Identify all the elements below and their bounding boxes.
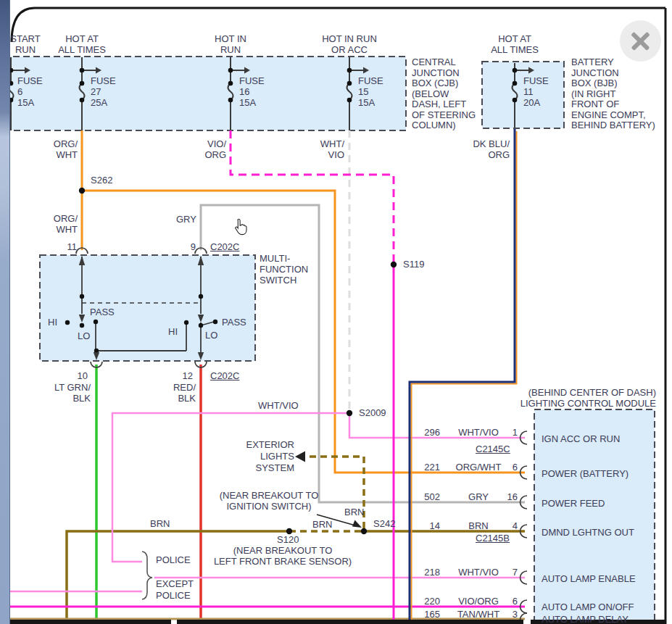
connector-c2145b: C2145B bbox=[476, 533, 510, 544]
ignition-switch-note: (NEAR BREAKOUT TOIGNITION SWITCH) bbox=[207, 490, 331, 512]
splice-s242: S242 bbox=[373, 518, 395, 529]
power-label-hot-in-run-or-acc: HOT IN RUNOR ACC bbox=[306, 33, 393, 55]
wire-label-wht-vio-2: WHT/VIO bbox=[258, 400, 299, 411]
power-label-hot-at-all-times-2: HOT ATALL TIMES bbox=[478, 33, 551, 55]
lcm-pin-4: 4 bbox=[500, 520, 518, 531]
police-label: POLICE bbox=[156, 554, 191, 565]
lcm-pin-6a: 6 bbox=[500, 462, 518, 473]
power-label-hot-at-all-times-1: HOT ATALL TIMES bbox=[46, 33, 118, 55]
fuse-6-label: FUSE615A bbox=[17, 75, 43, 108]
connector-c2145c: C2145C bbox=[476, 444, 510, 454]
cjb-box bbox=[3, 57, 406, 130]
multifunction-switch-box bbox=[40, 255, 255, 361]
switch-right-pass: PASS bbox=[222, 317, 246, 328]
wire-label-red-blk: RED/BLK bbox=[157, 382, 196, 404]
except-police-label: EXCEPTPOLICE bbox=[156, 578, 194, 602]
exterior-lights-note: EXTERIORLIGHTSSYSTEM bbox=[239, 439, 294, 474]
lcm-pin-3: 3 bbox=[500, 609, 518, 620]
exterior-lights-arrow bbox=[295, 452, 305, 462]
lcm-label-dmnd-lghtng-out: DMND LGHTNG OUT bbox=[542, 527, 634, 538]
pin-12: 12 bbox=[178, 370, 193, 381]
multifunction-switch-title: MULTI-FUNCTIONSWITCH bbox=[260, 253, 308, 286]
circuit-num-218: 218 bbox=[410, 567, 440, 578]
close-button[interactable] bbox=[620, 20, 661, 62]
lcm-pin-7: 7 bbox=[500, 567, 518, 578]
switch-left-lo: LO bbox=[78, 330, 90, 341]
wire-label-org-wht-1: ORG/WHT bbox=[41, 138, 78, 160]
wire-label-dk-blu-org: DK BLU/ORG bbox=[459, 138, 510, 160]
splice-s262: S262 bbox=[91, 175, 112, 186]
circuit-num-502: 502 bbox=[410, 491, 440, 502]
lcm-label-power-feed: POWER FEED bbox=[542, 498, 605, 509]
circuit-num-221: 221 bbox=[410, 462, 440, 473]
wire-label-brn-b: BRN bbox=[312, 519, 332, 530]
pin-11: 11 bbox=[62, 241, 77, 252]
bjb-description: BATTERYJUNCTION BOX (BJB)(IN RIGHT FRONT… bbox=[571, 57, 655, 131]
splice-s119: S119 bbox=[403, 259, 424, 270]
fuse-27-label: FUSE2725A bbox=[91, 75, 116, 108]
wire-label-vio-org: VIO/ORG bbox=[190, 138, 226, 160]
wire-label-brn-a: BRN bbox=[344, 507, 364, 517]
lcm-pin-16: 16 bbox=[500, 491, 518, 502]
fuse-15-label: FUSE1515A bbox=[358, 75, 383, 108]
circuit-num-220: 220 bbox=[410, 596, 440, 607]
lcm-label-power-battery: POWER (BATTERY) bbox=[542, 468, 629, 479]
splice-s2009: S2009 bbox=[359, 407, 386, 418]
splice-s120: S120 bbox=[277, 534, 299, 545]
brake-sensor-note: (NEAR BREAKOUT TOLEFT FRONT BRAKE SENSOR… bbox=[202, 545, 364, 567]
wire-label-org-wht-2: ORG/WHT bbox=[41, 213, 78, 235]
circuit-num-296: 296 bbox=[410, 427, 440, 438]
lcm-pin-1: 1 bbox=[500, 427, 518, 438]
connector-c202c-top: C202C bbox=[210, 241, 239, 252]
wire-dk-blu-org bbox=[410, 129, 517, 624]
fuse-16-label: FUSE1615A bbox=[239, 75, 265, 108]
wire-label-wht-vio: WHT/VIO bbox=[308, 138, 344, 160]
lcm-pin-6b: 6 bbox=[500, 596, 518, 607]
fuse-11-label: FUSE1120A bbox=[523, 75, 549, 108]
power-label-hot-in-run: HOT INRUN bbox=[194, 33, 267, 55]
switch-left-hi: HI bbox=[48, 317, 57, 328]
lcm-label-auto-lamp-on-off: AUTO LAMP ON/OFF bbox=[542, 602, 634, 612]
wire-label-brn-c: BRN bbox=[150, 518, 170, 529]
police-brace bbox=[142, 552, 152, 599]
lcm-label-auto-lamp-delay: AUTO LAMP DELAY bbox=[542, 614, 629, 624]
lcm-label-auto-lamp-enable: AUTO LAMP ENABLE bbox=[542, 573, 636, 584]
wire-label-gry: GRY bbox=[176, 214, 196, 225]
lcm-header: (BEHIND CENTER OF DASH)LIGHTING CONTROL … bbox=[435, 387, 656, 409]
pin-10: 10 bbox=[73, 370, 88, 381]
wire-label-lt-grn-blk: LT GRN/BLK bbox=[46, 382, 91, 404]
connector-c202c-bottom: C202C bbox=[210, 370, 239, 381]
left-scrollbar[interactable] bbox=[0, 0, 10, 624]
hand-pointer-cursor bbox=[232, 217, 252, 237]
switch-left-pass: PASS bbox=[90, 307, 115, 317]
switch-right-lo: LO bbox=[205, 330, 217, 341]
circuit-num-165: 165 bbox=[410, 609, 440, 620]
cjb-description: CENTRALJUNCTION BOX (CJB)(BELOW DASH, LE… bbox=[412, 57, 476, 131]
wiring-diagram-page: STARTRUN HOT ATALL TIMES HOT INRUN HOT I… bbox=[0, 0, 672, 624]
switch-right-hi: HI bbox=[168, 326, 178, 337]
pin-9: 9 bbox=[181, 241, 196, 252]
circuit-num-14: 14 bbox=[410, 520, 440, 531]
lcm-label-ign-acc-or-run: IGN ACC OR RUN bbox=[542, 433, 620, 444]
